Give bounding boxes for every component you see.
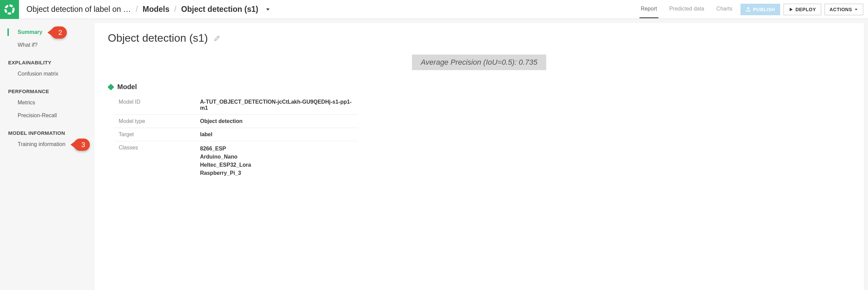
breadcrumb-root[interactable]: Object detection of label on … (26, 5, 131, 14)
sidebar: Summary 2 What if? EXPLAINABILITY Confus… (0, 19, 94, 290)
sidebar-item-metrics[interactable]: Metrics (0, 96, 94, 109)
breadcrumb-sep: / (136, 5, 138, 14)
kv-key: Model type (114, 115, 195, 128)
actions-label: ACTIONS (830, 7, 852, 12)
publish-label: PUBLISH (753, 7, 775, 12)
class-line: 8266_ESP (200, 145, 353, 153)
kv-key: Classes (114, 141, 195, 181)
deploy-label: DEPLOY (795, 7, 816, 12)
page-title: Object detection (s1) (108, 32, 208, 44)
breadcrumb-models[interactable]: Models (143, 5, 170, 14)
svg-rect-1 (108, 84, 114, 90)
model-icon (108, 84, 114, 90)
sidebar-item-precision-recall[interactable]: Precision-Recall (0, 109, 94, 122)
deploy-button[interactable]: DEPLOY (784, 4, 821, 15)
breadcrumb-dropdown[interactable] (265, 7, 271, 12)
breadcrumb-sep: / (174, 5, 176, 14)
table-row: Classes 8266_ESP Arduino_Nano Heltec_ESP… (114, 141, 358, 181)
page-title-row: Object detection (s1) (108, 32, 850, 44)
sidebar-item-confusion-matrix[interactable]: Confusion matrix (0, 67, 94, 80)
sidebar-item-label: Metrics (18, 100, 35, 105)
tab-report[interactable]: Report (639, 0, 658, 18)
sidebar-item-training-info[interactable]: Training information 3 (0, 138, 94, 151)
class-line: Arduino_Nano (200, 153, 353, 161)
logo-icon (4, 4, 15, 15)
publish-button[interactable]: PUBLISH (741, 4, 780, 15)
edit-icon[interactable] (213, 35, 221, 42)
table-row: Target label (114, 128, 358, 141)
kv-value-classes: 8266_ESP Arduino_Nano Heltec_ESP32_Lora … (195, 141, 358, 181)
sidebar-item-label: What if? (18, 42, 38, 48)
kv-value: A-TUT_OBJECT_DETECTION-jcCtLakh-GU9QEDHj… (195, 96, 358, 115)
app-logo[interactable] (0, 0, 19, 19)
sidebar-item-label: Precision-Recall (18, 112, 57, 118)
main-panel: Object detection (s1) Average Precision … (94, 23, 864, 290)
sidebar-item-label: Confusion matrix (18, 71, 58, 77)
sidebar-item-whatif[interactable]: What if? (0, 39, 94, 51)
tab-charts[interactable]: Charts (715, 0, 734, 18)
body: Summary 2 What if? EXPLAINABILITY Confus… (0, 19, 868, 290)
kv-key: Target (114, 128, 195, 141)
sidebar-item-label: Training information (18, 141, 65, 147)
sidebar-item-summary[interactable]: Summary 2 (0, 26, 94, 39)
kv-value: Object detection (195, 115, 358, 128)
model-info-table: Model ID A-TUT_OBJECT_DETECTION-jcCtLakh… (114, 96, 358, 181)
breadcrumb: Object detection of label on … / Models … (26, 5, 639, 14)
metric-banner: Average Precision (IoU=0.5): 0.735 (412, 55, 546, 70)
sidebar-header-performance: PERFORMANCE (0, 80, 94, 96)
topbar: Object detection of label on … / Models … (0, 0, 868, 19)
table-row: Model type Object detection (114, 115, 358, 128)
section-model: Model (108, 83, 850, 91)
actions-button[interactable]: ACTIONS (825, 4, 864, 15)
class-line: Heltec_ESP32_Lora (200, 161, 353, 169)
tab-predicted-data[interactable]: Predicted data (668, 0, 706, 18)
publish-icon (746, 7, 751, 12)
svg-point-0 (5, 5, 14, 14)
sidebar-item-label: Summary (18, 29, 42, 35)
top-tabs: Report Predicted data Charts (639, 0, 734, 18)
sidebar-header-explainability: EXPLAINABILITY (0, 51, 94, 67)
chevron-down-icon (854, 7, 858, 12)
kv-value: label (195, 128, 358, 141)
sidebar-header-model-info: MODEL INFORMATION (0, 122, 94, 138)
class-line: Raspberry_Pi_3 (200, 169, 353, 177)
table-row: Model ID A-TUT_OBJECT_DETECTION-jcCtLakh… (114, 96, 358, 115)
callout-pin-2: 2 (51, 26, 67, 39)
breadcrumb-current[interactable]: Object detection (s1) (181, 5, 258, 14)
play-icon (789, 7, 793, 12)
top-buttons: PUBLISH DEPLOY ACTIONS (741, 4, 863, 15)
kv-key: Model ID (114, 96, 195, 115)
section-title: Model (117, 83, 137, 91)
chevron-down-icon (265, 7, 271, 12)
callout-pin-3: 3 (74, 139, 90, 151)
